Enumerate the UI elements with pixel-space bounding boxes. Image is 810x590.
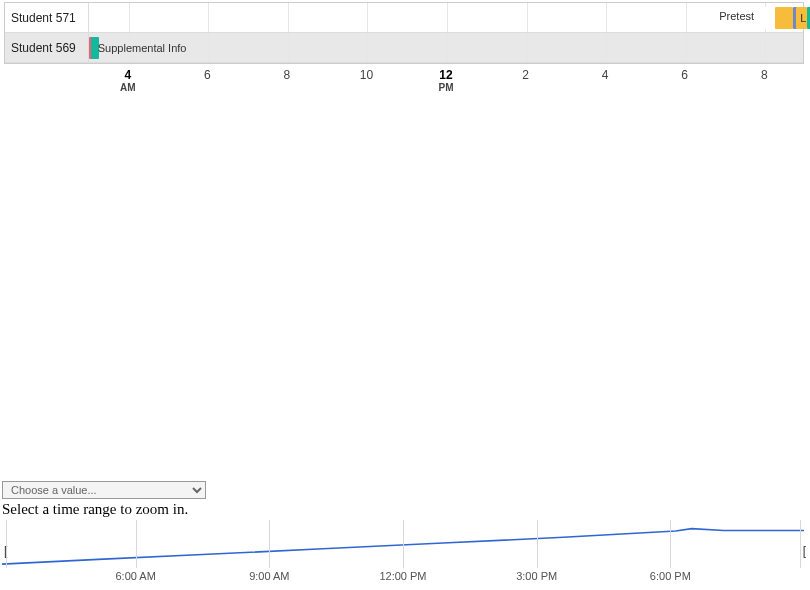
event-block[interactable]: Pretest (763, 7, 775, 29)
event-block[interactable]: Supplemental Info (94, 37, 228, 59)
row-label: Student 571 (5, 3, 89, 32)
zoom-hint: Select a time range to zoom in. (2, 501, 808, 518)
overview-tick: 12:00 PM (379, 570, 426, 582)
overview-tick: 6:00 AM (115, 570, 155, 582)
timeline-table: Student 571PretestL…Student 569Supplemen… (4, 2, 804, 64)
time-tick: 8 (761, 68, 768, 82)
time-tick: 2 (522, 68, 529, 82)
time-tick: 6 (681, 68, 688, 82)
timeline-row[interactable]: Student 569Supplemental Info (5, 33, 803, 63)
timeline-row[interactable]: Student 571PretestL… (5, 3, 803, 33)
time-tick: 4 (602, 68, 609, 82)
row-track[interactable]: PretestL… (89, 3, 803, 32)
event-block[interactable] (775, 7, 793, 29)
overview-panel: Choose a value... Select a time range to… (2, 481, 808, 582)
time-tick: 12PM (439, 68, 454, 93)
overview-tick: 9:00 AM (249, 570, 289, 582)
row-label: Student 569 (5, 33, 89, 62)
time-axis: 4AM681012PM2468 (4, 64, 804, 100)
overview-tick: 3:00 PM (516, 570, 557, 582)
overview-tick: 6:00 PM (650, 570, 691, 582)
time-tick: 4AM (120, 68, 136, 93)
time-tick: 10 (360, 68, 373, 82)
time-tick: 8 (284, 68, 291, 82)
event-block[interactable]: L… (796, 7, 807, 29)
row-track[interactable]: Supplemental Info (89, 33, 803, 62)
overview-chart[interactable]: [ [ 6:00 AM9:00 AM12:00 PM3:00 PM6:00 PM (2, 520, 804, 582)
value-selector[interactable]: Choose a value... (2, 481, 206, 499)
time-tick: 6 (204, 68, 211, 82)
